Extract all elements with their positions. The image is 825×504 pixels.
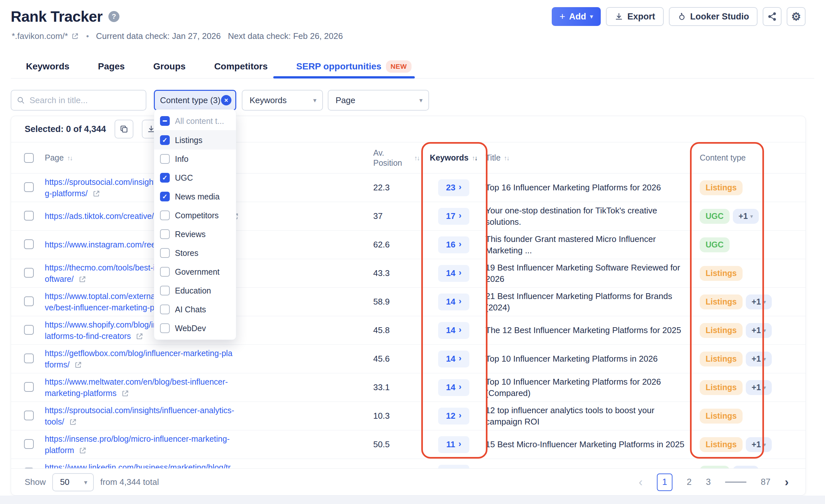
keywords-count-button[interactable]: 23› <box>438 179 469 196</box>
content-type-filter-chip[interactable]: Content type (3) ✕ <box>154 90 236 110</box>
page-filter-select[interactable]: Page ▾ <box>328 90 429 110</box>
checkbox-unchecked[interactable] <box>160 267 170 277</box>
row-checkbox[interactable] <box>24 411 34 420</box>
dropdown-item-stores[interactable]: Stores <box>154 244 236 262</box>
checkbox-unchecked[interactable] <box>160 286 170 296</box>
dropdown-item-education[interactable]: Education <box>154 281 236 300</box>
tab-keywords[interactable]: Keywords <box>26 61 69 72</box>
keywords-count-button[interactable]: 14› <box>438 293 469 310</box>
checkbox-unchecked[interactable] <box>160 211 170 220</box>
keywords-count-button[interactable]: 14› <box>438 379 469 396</box>
row-checkbox[interactable] <box>24 439 34 449</box>
external-link-icon[interactable] <box>131 331 143 341</box>
help-icon[interactable]: ? <box>108 11 120 22</box>
row-checkbox[interactable] <box>24 211 34 221</box>
dropdown-item-ugc[interactable]: ✓UGC <box>154 168 236 187</box>
share-button[interactable] <box>763 7 781 26</box>
column-header-av-position[interactable]: Av. Position ↑↓ <box>373 148 422 168</box>
row-checkbox[interactable] <box>24 182 34 192</box>
external-link-icon[interactable] <box>64 417 77 426</box>
checkbox-checked[interactable]: ✓ <box>160 192 170 201</box>
add-button[interactable]: + Add ▾ <box>552 7 601 26</box>
dropdown-item-all-content-t[interactable]: All content t... <box>154 111 236 131</box>
checkbox-unchecked[interactable] <box>160 154 170 164</box>
external-link-icon[interactable] <box>69 360 82 369</box>
table-row: https://www.toptal.com/external-agencies… <box>11 288 806 316</box>
row-checkbox[interactable] <box>24 325 34 335</box>
external-link-icon[interactable] <box>74 446 87 455</box>
keywords-count-button[interactable] <box>438 465 469 469</box>
more-badge[interactable]: +1▾ <box>733 466 759 469</box>
dropdown-item-info[interactable]: Info <box>154 150 236 168</box>
checkbox-unchecked[interactable] <box>160 229 170 239</box>
per-page-select[interactable]: 50 ▾ <box>52 473 94 491</box>
row-checkbox[interactable] <box>24 468 34 469</box>
page-button-2[interactable]: 2 <box>687 477 692 487</box>
keywords-count-button[interactable]: 11› <box>438 436 469 453</box>
more-badge[interactable]: +1▾ <box>733 209 759 224</box>
external-link-icon[interactable] <box>117 389 129 398</box>
more-badge[interactable]: +1▾ <box>746 437 772 452</box>
keywords-count-button[interactable]: 12› <box>438 408 469 425</box>
dropdown-item-label: WebDev <box>175 324 206 333</box>
settings-button[interactable]: ⚙ <box>787 7 806 26</box>
content-type-badge: Listings <box>700 180 743 195</box>
plus-icon: + <box>559 12 566 21</box>
dropdown-item-ai-chats[interactable]: AI Chats <box>154 300 236 319</box>
dropdown-item-news-media[interactable]: ✓News media <box>154 187 236 206</box>
checkbox-unchecked[interactable] <box>160 305 170 314</box>
page-link[interactable]: https://getflowbox.com/blog/influencer-m… <box>45 348 373 370</box>
export-button[interactable]: Export <box>606 7 664 26</box>
tab-pages[interactable]: Pages <box>98 61 125 72</box>
checkbox-checked[interactable]: ✓ <box>160 135 170 145</box>
page-button-last[interactable]: 87 <box>761 477 770 487</box>
more-badge[interactable]: +1▾ <box>746 380 772 395</box>
row-checkbox[interactable] <box>24 382 34 392</box>
row-checkbox[interactable] <box>24 268 34 278</box>
checkbox-indeterminate[interactable] <box>160 116 170 126</box>
keywords-count-button[interactable]: 14› <box>438 322 469 339</box>
selected-count: Selected: 0 of 4,344 <box>25 124 106 134</box>
project-link[interactable]: *.favikon.com/* <box>12 31 79 41</box>
next-page-button[interactable]: › <box>785 477 789 488</box>
dropdown-item-reviews[interactable]: Reviews <box>154 225 236 244</box>
row-checkbox[interactable] <box>24 297 34 306</box>
row-checkbox[interactable] <box>24 353 34 363</box>
search-input[interactable] <box>29 95 141 106</box>
dropdown-item-webdev[interactable]: WebDev <box>154 319 236 338</box>
clear-filter-icon[interactable]: ✕ <box>221 95 231 105</box>
keywords-count-button[interactable]: 14› <box>438 351 469 367</box>
more-badge[interactable]: +1▾ <box>746 352 772 366</box>
looker-studio-button[interactable]: Looker Studio <box>669 7 758 26</box>
page-link[interactable]: https://www.linkedin.com/business/market… <box>45 462 373 469</box>
page-link[interactable]: https://www.meltwater.com/en/blog/best-i… <box>45 376 373 399</box>
chevron-down-icon: ▾ <box>419 96 423 104</box>
keywords-count-button[interactable]: 16› <box>438 236 469 253</box>
page-button-1[interactable]: 1 <box>657 474 672 491</box>
column-header-title[interactable]: Title ↑↓ <box>485 153 700 163</box>
external-link-icon[interactable] <box>88 189 100 198</box>
keywords-count-button[interactable]: 14› <box>438 265 469 282</box>
tab-groups[interactable]: Groups <box>153 61 185 72</box>
dropdown-item-competitors[interactable]: Competitors <box>154 206 236 225</box>
checkbox-checked[interactable]: ✓ <box>160 173 170 183</box>
checkbox-unchecked[interactable] <box>160 323 170 333</box>
keywords-filter-select[interactable]: Keywords ▾ <box>242 90 323 110</box>
row-checkbox[interactable] <box>24 239 34 249</box>
tab-serp-opportunities[interactable]: SERP opportunitiesNEW <box>296 60 411 73</box>
tab-competitors[interactable]: Competitors <box>214 61 268 72</box>
more-badge[interactable]: +1▾ <box>746 295 772 310</box>
column-header-keywords[interactable]: Keywords ↑↓ <box>422 153 485 163</box>
external-link-icon[interactable] <box>74 274 86 283</box>
checkbox-unchecked[interactable] <box>160 248 170 258</box>
page-link[interactable]: https://insense.pro/blog/micro-influence… <box>45 433 373 456</box>
copy-button[interactable] <box>115 120 133 139</box>
dropdown-item-government[interactable]: Government <box>154 262 236 281</box>
dropdown-item-listings[interactable]: ✓Listings <box>154 131 236 150</box>
keywords-count-button[interactable]: 17› <box>438 208 469 225</box>
prev-page-button[interactable]: ‹ <box>639 477 643 488</box>
select-all-checkbox[interactable] <box>24 153 34 163</box>
page-button-3[interactable]: 3 <box>706 477 711 487</box>
more-badge[interactable]: +1▾ <box>746 323 772 338</box>
page-link[interactable]: https://sproutsocial.com/insights/influe… <box>45 405 373 427</box>
